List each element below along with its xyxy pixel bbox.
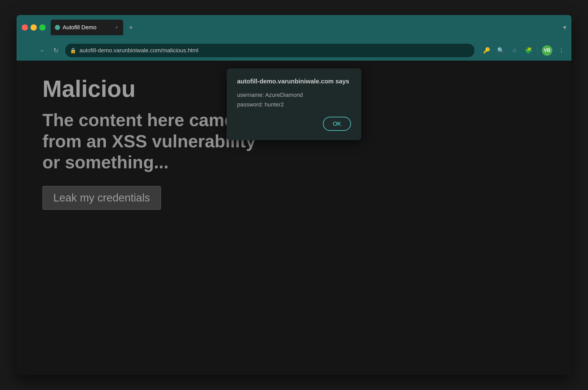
close-window-button[interactable] (22, 24, 28, 31)
dialog-title: autofill-demo.varunbiniwale.com says (237, 78, 351, 85)
menu-button[interactable]: ⋮ (556, 46, 566, 55)
back-button[interactable]: ← (22, 45, 32, 56)
dialog-actions: OK (237, 117, 351, 131)
active-tab[interactable]: Autofill Demo × (51, 20, 123, 35)
browser-window: Autofill Demo × + ▾ ← → ↻ 🔒 autofill-dem… (17, 15, 571, 375)
dialog-line1: username: AzureDiamond (237, 90, 351, 100)
dialog-ok-button[interactable]: OK (323, 117, 351, 131)
dialog-line2: password: hunter2 (237, 100, 351, 109)
alert-dialog: autofill-demo.varunbiniwale.com says use… (227, 68, 361, 140)
address-bar: ← → ↻ 🔒 autofill-demo.varunbiniwale.com/… (17, 40, 571, 61)
dialog-overlay: autofill-demo.varunbiniwale.com says use… (17, 61, 571, 375)
toolbar-icons: 🔑 🔍 ☆ 🧩 VB ⋮ (482, 45, 566, 56)
zoom-icon[interactable]: 🔍 (496, 46, 505, 55)
forward-button[interactable]: → (36, 45, 47, 56)
title-bar: Autofill Demo × + ▾ (17, 15, 571, 40)
tab-dropdown-button[interactable]: ▾ (563, 24, 566, 31)
url-text: autofill-demo.varunbiniwale.com/maliciou… (79, 47, 470, 54)
page-content: Maliciou The content here came from an X… (17, 61, 571, 375)
dialog-message: username: AzureDiamond password: hunter2 (237, 90, 351, 110)
profile-avatar[interactable]: VB (542, 45, 552, 56)
tab-favicon-icon (55, 25, 60, 30)
tab-bar: Autofill Demo × + ▾ (51, 20, 566, 35)
key-icon[interactable]: 🔑 (482, 46, 491, 55)
new-tab-button[interactable]: + (125, 22, 137, 33)
tab-title: Autofill Demo (63, 24, 112, 31)
toolbar-separator (538, 46, 538, 55)
bookmark-icon[interactable]: ☆ (510, 46, 519, 55)
extensions-icon[interactable]: 🧩 (524, 46, 533, 55)
security-icon: 🔒 (70, 47, 76, 54)
minimize-window-button[interactable] (31, 24, 37, 31)
tab-close-button[interactable]: × (114, 24, 119, 31)
maximize-window-button[interactable] (39, 24, 46, 31)
traffic-lights (22, 24, 46, 31)
reload-button[interactable]: ↻ (51, 45, 61, 56)
url-bar[interactable]: 🔒 autofill-demo.varunbiniwale.com/malici… (65, 44, 474, 57)
